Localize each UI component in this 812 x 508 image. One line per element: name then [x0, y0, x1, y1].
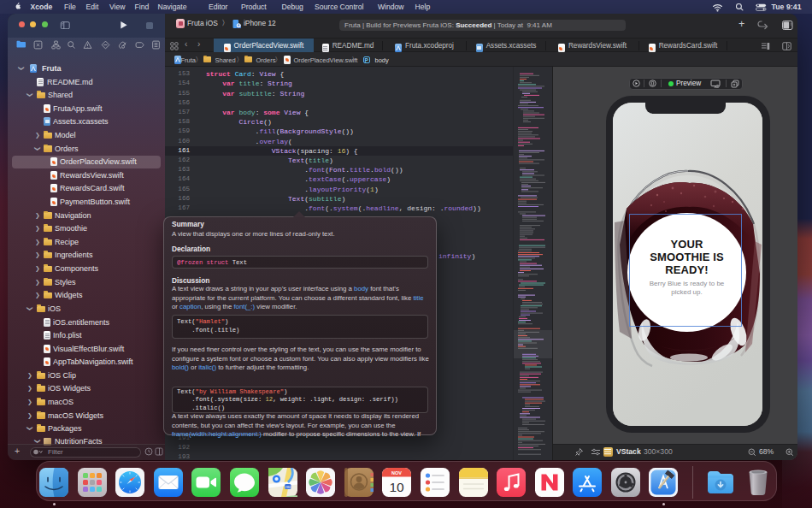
- svg-text:10: 10: [389, 480, 404, 494]
- svg-text:NOV: NOV: [391, 470, 402, 476]
- svg-text:280: 280: [285, 485, 291, 489]
